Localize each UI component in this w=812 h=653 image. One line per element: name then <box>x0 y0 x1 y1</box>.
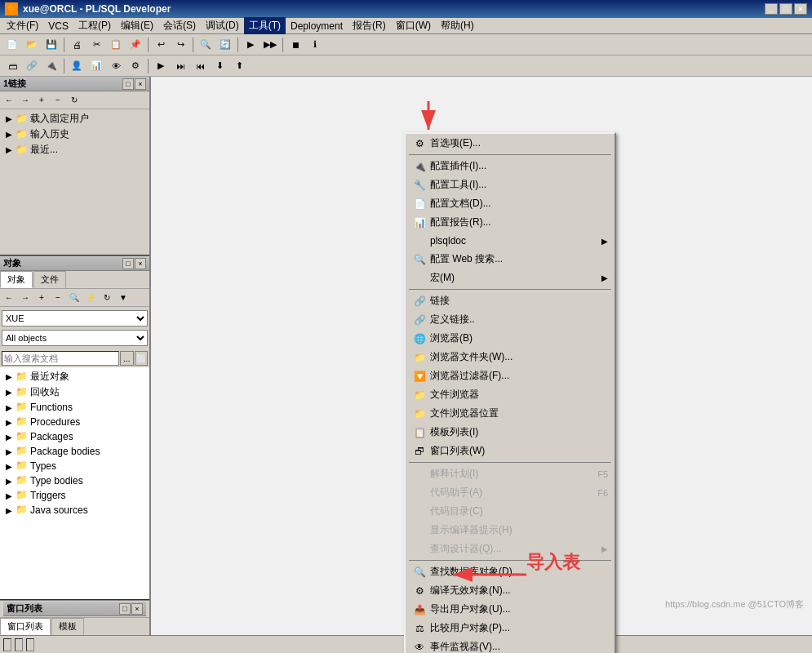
obj-flash-btn[interactable]: ⚡ <box>83 291 98 305</box>
menu-plsqldoc[interactable]: plsqldoc ▶ <box>406 232 615 250</box>
maximize-button[interactable]: □ <box>779 3 792 15</box>
conn-tree-item-history[interactable]: ▶ 📁 输入历史 <box>2 127 148 142</box>
cut-btn[interactable]: ✂ <box>87 37 105 53</box>
menu-explain-plan[interactable]: 解释计划(I) F5 <box>406 464 615 483</box>
conn-remove-btn[interactable]: − <box>51 93 65 108</box>
obj-item-types[interactable]: ▶ 📁 Types <box>2 459 148 473</box>
obj-item-packages[interactable]: ▶ 📁 Packages <box>2 429 148 444</box>
menu-define-link[interactable]: 🔗 定义链接.. <box>406 310 615 329</box>
copy-btn[interactable]: 📋 <box>107 37 125 53</box>
menu-file-browser[interactable]: 📁 文件浏览器 <box>406 385 615 404</box>
menu-deployment[interactable]: Deployment <box>286 19 348 33</box>
menu-browser[interactable]: 🌐 浏览器(B) <box>406 329 615 348</box>
new-btn[interactable]: 📄 <box>3 37 21 53</box>
connection-pin-btn[interactable]: □ <box>122 78 134 90</box>
search-input[interactable] <box>2 351 119 366</box>
step-btn[interactable]: ⏭ <box>171 58 189 74</box>
tab-file[interactable]: 文件 <box>33 271 66 288</box>
menu-template-list[interactable]: 📋 模板列表(I) <box>406 423 615 442</box>
view-btn[interactable]: 👁 <box>107 58 125 74</box>
tab-winlist[interactable]: 窗口列表 <box>0 618 51 635</box>
conn-add-btn[interactable]: + <box>34 93 49 108</box>
obj-remove-btn[interactable]: − <box>51 291 65 305</box>
menu-vcs[interactable]: VCS <box>43 19 73 33</box>
menu-window[interactable]: 窗口(W) <box>391 17 436 34</box>
conn-back-btn[interactable]: ← <box>2 93 16 108</box>
replace-btn[interactable]: 🔄 <box>216 37 234 53</box>
print-btn[interactable]: 🖨 <box>68 37 86 53</box>
object-close-btn[interactable]: × <box>135 258 146 269</box>
obj-filter-btn[interactable]: ▼ <box>116 291 131 305</box>
menu-file-browser-location[interactable]: 📁 文件浏览器位置 <box>406 404 615 423</box>
obj-item-procedures[interactable]: ▶ 📁 Procedures <box>2 415 148 429</box>
menu-edit[interactable]: 编辑(E) <box>116 17 158 34</box>
conn-tree-item-load[interactable]: ▶ 📁 载入固定用户 <box>2 111 148 127</box>
tab-object[interactable]: 对象 <box>0 271 33 288</box>
menu-event-monitor[interactable]: 👁 事件监视器(V)... <box>406 637 615 653</box>
menu-session[interactable]: 会话(S) <box>158 17 201 34</box>
connect-btn[interactable]: 🔗 <box>23 58 41 74</box>
menu-config-plugins[interactable]: 🔌 配置插件(I)... <box>406 157 615 175</box>
menu-code-catalog[interactable]: 代码目录(C) <box>406 502 615 521</box>
compile-btn[interactable]: ▶ <box>242 37 260 53</box>
close-button[interactable]: × <box>794 3 807 15</box>
menu-config-reports[interactable]: 📊 配置报告(R)... <box>406 213 615 232</box>
paste-btn[interactable]: 📌 <box>126 37 144 53</box>
menu-code-assistant[interactable]: 代码助手(A) F6 <box>406 483 615 502</box>
run-btn[interactable]: ▶ <box>152 58 170 74</box>
menu-query-designer[interactable]: 查询设计器(Q)... ▶ <box>406 540 615 558</box>
menu-export-user-obj[interactable]: 📤 导出用户对象(U)... <box>406 600 615 619</box>
tab-template[interactable]: 模板 <box>51 618 84 635</box>
filter-select[interactable]: All objects <box>2 330 148 346</box>
undo-btn[interactable]: ↩ <box>152 37 170 53</box>
minimize-button[interactable]: _ <box>765 3 778 15</box>
menu-window-list[interactable]: 🗗 窗口列表(W) <box>406 442 615 460</box>
menu-file[interactable]: 文件(F) <box>2 17 43 34</box>
obj-search-btn[interactable]: 🔍 <box>67 291 82 305</box>
menu-debug[interactable]: 调试(D) <box>201 17 244 34</box>
menu-compare-user-obj[interactable]: ⚖ 比较用户对象(P)... <box>406 619 615 637</box>
redo-btn[interactable]: ↪ <box>171 37 189 53</box>
connection-close-btn[interactable]: × <box>135 78 146 90</box>
search-go-btn[interactable]: ... <box>120 351 134 366</box>
obj-item-typebodies[interactable]: ▶ 📁 Type bodies <box>2 473 148 488</box>
menu-compile-invalid[interactable]: ⚙ 编译无效对象(N)... <box>406 581 615 600</box>
conn-tree-item-recent[interactable]: ▶ 📁 最近... <box>2 142 148 158</box>
menu-compiler-hint[interactable]: 显示编译器提示(H) <box>406 521 615 540</box>
open-btn[interactable]: 📂 <box>23 37 41 53</box>
menu-help[interactable]: 帮助(H) <box>436 17 479 34</box>
tools-dropdown-menu[interactable]: ⚙ 首选项(E)... 🔌 配置插件(I)... 🔧 配置工具(I)... 📄 … <box>404 132 616 653</box>
back-btn[interactable]: ⏮ <box>191 58 209 74</box>
object-pin-btn[interactable]: □ <box>122 258 134 269</box>
into-btn[interactable]: ⬇ <box>211 58 229 74</box>
conn-forward-btn[interactable]: → <box>18 93 33 108</box>
obj-back-btn[interactable]: ← <box>2 291 16 305</box>
menu-find-db-obj[interactable]: 🔍 查找数据库对象(D)... <box>406 562 615 581</box>
save-btn[interactable]: 💾 <box>42 37 60 53</box>
obj-item-java[interactable]: ▶ 📁 Java sources <box>2 503 148 518</box>
db-btn[interactable]: 🗃 <box>3 58 21 74</box>
menu-config-tools[interactable]: 🔧 配置工具(I)... <box>406 175 615 194</box>
obj-item-recent[interactable]: ▶ 📁 最近对象 <box>2 369 148 384</box>
obj-item-pkgbodies[interactable]: ▶ 📁 Package bodies <box>2 444 148 459</box>
obj-add-btn[interactable]: + <box>34 291 49 305</box>
obj-item-recycle[interactable]: ▶ 📁 回收站 <box>2 384 148 400</box>
obj-refresh-btn[interactable]: ↻ <box>100 291 114 305</box>
conn-refresh-btn[interactable]: ↻ <box>67 93 82 108</box>
schema-btn[interactable]: 👤 <box>68 58 86 74</box>
obj-item-triggers[interactable]: ▶ 📁 Triggers <box>2 488 148 503</box>
obj-item-functions[interactable]: ▶ 📁 Functions <box>2 400 148 415</box>
stop-btn[interactable]: ⏹ <box>286 37 304 53</box>
winlist-close-btn[interactable]: × <box>131 603 143 615</box>
menu-config-docs[interactable]: 📄 配置文档(D)... <box>406 194 615 213</box>
menu-preferences[interactable]: ⚙ 首选项(E)... <box>406 134 615 153</box>
out-btn[interactable]: ⬆ <box>230 58 248 74</box>
menu-macro[interactable]: 宏(M) ▶ <box>406 269 615 287</box>
winlist-pin-btn[interactable]: □ <box>119 603 131 615</box>
user-select[interactable]: XUE <box>2 310 148 326</box>
obj-forward-btn[interactable]: → <box>18 291 33 305</box>
table-btn[interactable]: 📊 <box>87 58 105 74</box>
menu-report[interactable]: 报告(R) <box>348 17 391 34</box>
menu-browser-filter[interactable]: 🔽 浏览器过滤器(F)... <box>406 366 615 385</box>
help-btn[interactable]: ℹ <box>306 37 324 53</box>
